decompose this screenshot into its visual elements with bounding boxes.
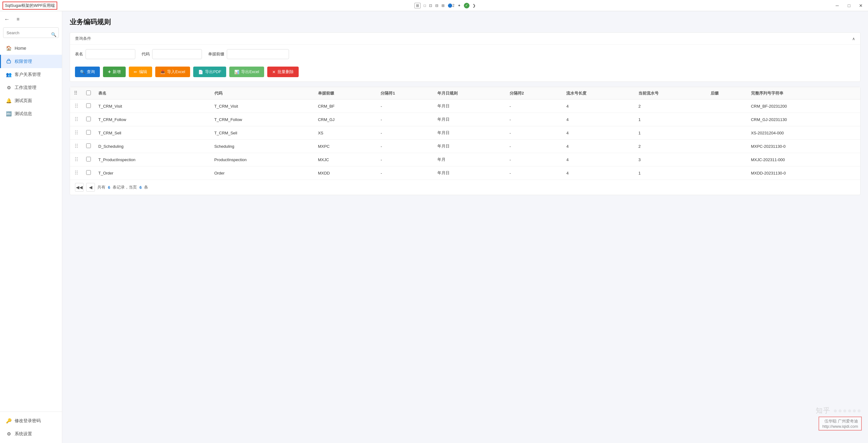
cell-serial-len: 4 [562, 126, 635, 140]
select-all-checkbox[interactable] [86, 91, 91, 95]
sidebar-item-settings[interactable]: ⚙ 系统设置 [0, 428, 62, 441]
query-input-code[interactable] [152, 49, 202, 59]
cell-code: T_CRM_Follow [211, 113, 314, 126]
cell-sep1: - [377, 140, 434, 153]
sidebar-item-label-settings: 系统设置 [14, 431, 32, 437]
table-row: ⠿ T_CRM_Sell T_CRM_Sell XS - 年月日 - 4 1 X… [70, 126, 860, 140]
row-checkbox[interactable] [86, 103, 91, 108]
sidebar-item-home[interactable]: 🏠 Home [0, 42, 62, 55]
sidebar-top: ← ≡ [0, 11, 62, 27]
export-excel-label: 导出Excel [241, 69, 259, 75]
add-button[interactable]: + 新增 [103, 67, 126, 77]
maximize-button[interactable]: □ [844, 2, 854, 9]
drag-handle[interactable]: ⠿ [70, 100, 83, 113]
export-pdf-icon: 📄 [198, 70, 203, 74]
search-btn-label: 查询 [87, 69, 95, 75]
title-bar: SqlSugar框架的WPF应用端 ⊞ □ ⊡ ⊟ ⊞ 🔵2 ✦ ✓ ❯ ─ □… [0, 0, 868, 11]
cell-prefix: CRM_GJ [314, 113, 377, 126]
change-pwd-icon: 🔑 [6, 418, 11, 424]
cell-prefix: MXJC [314, 153, 377, 166]
search-input[interactable] [3, 27, 59, 38]
menu-button[interactable]: ≡ [14, 15, 22, 24]
export-pdf-button[interactable]: 📄 导出PDF [193, 67, 226, 77]
tray-icon-7: ✦ [458, 3, 461, 8]
cell-full-serial: CRM_BF-20231200 [747, 100, 860, 113]
cell-full-serial: CRM_GJ-20231130 [747, 113, 860, 126]
add-btn-icon: + [108, 69, 111, 75]
drag-handle[interactable]: ⠿ [70, 153, 83, 166]
edit-btn-icon: ✏ [134, 70, 137, 74]
drag-handle[interactable]: ⠿ [70, 113, 83, 126]
cell-date-rule: 年月日 [434, 113, 506, 126]
tray-icon-3: ⊡ [429, 3, 432, 8]
watermark-area: 知乎 ●●●●●● 伍华聪 广州爱奇迪 http://www.iqidi.com [816, 406, 862, 431]
sidebar-item-testpage[interactable]: 🔔 测试页面 [0, 94, 62, 107]
query-input-prefix[interactable] [227, 49, 289, 59]
cell-sep1: - [377, 166, 434, 180]
sidebar: ← ≡ 🔍 🏠 Home 权限管理 👥 [0, 11, 62, 443]
edit-btn-label: 编辑 [139, 69, 147, 75]
first-page-button[interactable]: ◀◀ [75, 183, 84, 192]
edit-button[interactable]: ✏ 编辑 [129, 67, 152, 77]
query-label-code: 代码 [142, 51, 150, 57]
cell-suffix [707, 153, 747, 166]
watermark-info: 伍华聪 广州爱奇迪 http://www.iqidi.com [818, 417, 862, 431]
row-checkbox-cell [83, 153, 95, 166]
cell-full-serial: MXDD-20231130-0 [747, 166, 860, 180]
table-footer: ◀◀ ◀ 共有 6 条记录，当页 6 条 [70, 180, 860, 195]
cell-current-serial: 1 [635, 113, 707, 126]
watermark-person: 伍华聪 广州爱奇迪 [822, 418, 858, 424]
app-layout: ← ≡ 🔍 🏠 Home 权限管理 👥 [0, 11, 868, 443]
batch-delete-button[interactable]: ✕ 批量删除 [267, 67, 299, 77]
cell-prefix: XS [314, 126, 377, 140]
row-checkbox[interactable] [86, 130, 91, 135]
cell-table-name: T_CRM_Visit [95, 100, 211, 113]
cell-serial-len: 4 [562, 153, 635, 166]
cell-sep2: - [506, 140, 563, 153]
cell-current-serial: 1 [635, 126, 707, 140]
export-excel-button[interactable]: 📊 导出Excel [229, 67, 264, 77]
sidebar-item-change-pwd[interactable]: 🔑 修改登录密码 [0, 414, 62, 428]
cell-table-name: T_CRM_Follow [95, 113, 211, 126]
back-button[interactable]: ← [2, 15, 11, 24]
query-card: 查询条件 ∧ 表名 代码 单据前缀 🔍 [70, 32, 861, 82]
col-header-sep1: 分隔符1 [377, 87, 434, 100]
row-checkbox[interactable] [86, 117, 91, 121]
cell-table-name: D_Scheduling [95, 140, 211, 153]
sidebar-item-label-home: Home [14, 46, 26, 51]
close-button[interactable]: ✕ [856, 2, 866, 9]
sidebar-item-testinfo[interactable]: 🔤 测试信息 [0, 107, 62, 120]
sidebar-item-label-testinfo: 测试信息 [14, 111, 32, 117]
row-checkbox[interactable] [86, 157, 91, 161]
cell-code: T_CRM_Sell [211, 126, 314, 140]
query-input-table-name[interactable] [86, 49, 135, 59]
tray-icon-5: ⊞ [441, 3, 444, 8]
minimize-button[interactable]: ─ [833, 2, 842, 9]
drag-handle[interactable]: ⠿ [70, 126, 83, 140]
drag-handle[interactable]: ⠿ [70, 140, 83, 153]
cell-sep1: - [377, 100, 434, 113]
table-card: ⠿ 表名 代码 单据前缀 分隔符1 年月日规则 分隔符2 流水号长度 当前流水号 [70, 87, 861, 195]
tray-icon-4: ⊟ [435, 3, 438, 8]
collapse-icon[interactable]: ∧ [852, 36, 855, 41]
title-bar-controls: ─ □ ✕ [833, 2, 866, 9]
tray-icon-9: ❯ [472, 3, 476, 8]
cell-full-serial: MXPC-20231130-0 [747, 140, 860, 153]
row-checkbox[interactable] [86, 170, 91, 175]
sidebar-bottom: 🔑 修改登录密码 ⚙ 系统设置 [0, 412, 62, 443]
sidebar-item-workflow[interactable]: ⚙ 工作流管理 [0, 81, 62, 94]
sidebar-item-crm[interactable]: 👥 客户关系管理 [0, 68, 62, 81]
table-row: ⠿ D_Scheduling Scheduling MXPC - 年月日 - 4… [70, 140, 860, 153]
row-checkbox[interactable] [86, 144, 91, 148]
search-button[interactable]: 🔍 查询 [75, 67, 100, 77]
cell-date-rule: 年月 [434, 153, 506, 166]
query-body: 表名 代码 单据前缀 [70, 45, 860, 63]
prev-page-button[interactable]: ◀ [86, 183, 95, 192]
import-excel-button[interactable]: 📥 导入Excel [155, 67, 190, 77]
sidebar-item-permissions[interactable]: 权限管理 [0, 55, 62, 68]
drag-handle[interactable]: ⠿ [70, 166, 83, 180]
cell-suffix [707, 166, 747, 180]
cell-suffix [707, 126, 747, 140]
title-bar-left: SqlSugar框架的WPF应用端 [2, 2, 57, 10]
cell-date-rule: 年月日 [434, 100, 506, 113]
